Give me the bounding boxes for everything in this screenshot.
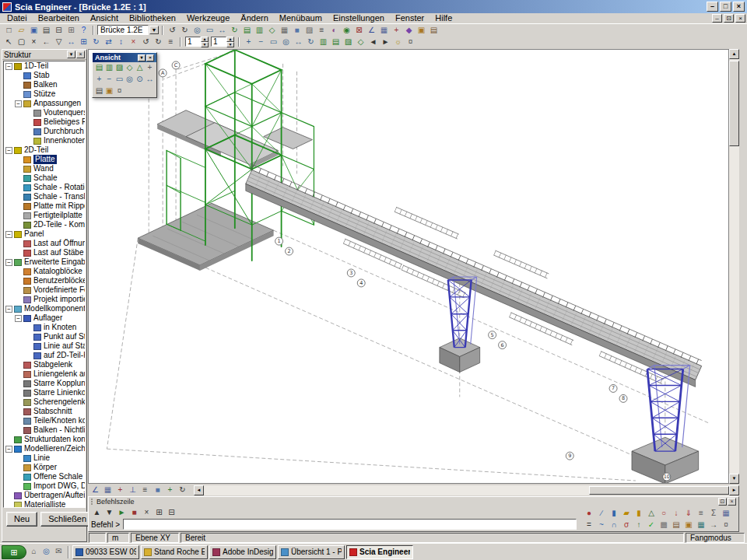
axes-icon[interactable]: + xyxy=(164,485,176,495)
view-top-icon[interactable]: ▤ xyxy=(330,37,342,47)
delete-icon[interactable]: × xyxy=(128,37,139,47)
tree-item[interactable]: Linie xyxy=(4,453,85,463)
scale-icon[interactable]: ↕ xyxy=(115,37,127,47)
picture-gallery-icon[interactable]: ▣ xyxy=(416,25,427,36)
ortho-icon[interactable]: ⊥ xyxy=(127,485,139,495)
zoom-all-icon[interactable]: ◎ xyxy=(280,37,292,47)
open-project-icon[interactable]: ▱ xyxy=(16,25,27,36)
deselect-icon[interactable]: × xyxy=(28,37,40,47)
panel-menu-button[interactable]: ▾ xyxy=(67,51,75,58)
tree-item[interactable]: Panel xyxy=(4,229,85,239)
tree-item[interactable]: Voutenquerschnitt xyxy=(4,108,85,117)
tree-item[interactable]: Balken - Nichtlineari xyxy=(4,425,85,435)
befehlszeile-close-button[interactable]: × xyxy=(728,498,736,506)
move-icon[interactable]: ↔ xyxy=(65,37,77,47)
pan-view-icon[interactable]: ↔ xyxy=(293,37,304,47)
set-viewpoint-icon[interactable]: + xyxy=(145,63,155,73)
zoom-all-icon[interactable]: ◎ xyxy=(124,75,135,85)
axonometric-view-icon[interactable]: ◇ xyxy=(124,63,135,73)
line-load-icon[interactable]: ⇓ xyxy=(682,508,695,519)
point-load-icon[interactable]: ↓ xyxy=(670,508,682,519)
tree-item[interactable]: Offene Schale xyxy=(4,472,85,481)
horizontal-scroll-thumb[interactable] xyxy=(589,486,729,495)
scroll-right-icon[interactable]: ► xyxy=(729,485,739,495)
tree-item[interactable]: Schale - Rotationsfl xyxy=(4,183,85,192)
menu-item[interactable]: Ändern xyxy=(235,13,273,23)
count-spinner-input[interactable] xyxy=(211,37,226,47)
table-icon[interactable]: ▦ xyxy=(695,520,707,530)
tree-expander-icon[interactable] xyxy=(5,147,12,154)
start-button[interactable]: ⊞ xyxy=(2,545,26,559)
stop-command-icon[interactable]: ■ xyxy=(128,507,140,518)
zoom-out-icon[interactable]: − xyxy=(104,75,114,85)
render-mode-icon[interactable]: ■ xyxy=(152,485,163,495)
tree-item[interactable]: Scherengelenk xyxy=(4,397,85,407)
copy-picture-icon[interactable]: ▣ xyxy=(104,86,114,96)
spinner-up-icon[interactable]: ▲ xyxy=(226,37,234,42)
tree-item[interactable]: Fertigteilplatte xyxy=(4,211,85,220)
model-drawing[interactable]: ABC12345678910 xyxy=(89,50,728,483)
undo-icon[interactable]: ↺ xyxy=(140,37,152,47)
hinge-icon[interactable]: ○ xyxy=(658,508,670,519)
mail-icon[interactable]: ✉ xyxy=(53,546,65,558)
load-case-icon[interactable]: ≡ xyxy=(695,508,707,519)
vertical-scrollbar[interactable]: ▲ ▼ xyxy=(729,49,739,484)
tree-item[interactable]: Modellieren/Zeichnen xyxy=(4,444,85,453)
status-plane[interactable]: Ebene XY xyxy=(131,533,179,543)
minimize-button[interactable]: – xyxy=(707,2,718,12)
render-icon[interactable]: ◆ xyxy=(403,25,415,36)
plate-icon[interactable]: ▰ xyxy=(620,508,633,519)
coordinate-system-icon[interactable]: ∠ xyxy=(366,25,377,36)
zoom-window-icon[interactable]: ▭ xyxy=(114,75,124,85)
zoom-window-icon[interactable]: ▭ xyxy=(204,25,216,36)
menu-item[interactable]: Bibliotheken xyxy=(124,13,181,23)
select-cursor-icon[interactable]: ↖ xyxy=(3,37,15,47)
scale-spinner-input[interactable] xyxy=(185,37,201,47)
tree-expander-icon[interactable] xyxy=(15,315,22,322)
pan-icon[interactable]: ↔ xyxy=(145,75,155,85)
node-icon[interactable]: ● xyxy=(583,508,595,519)
options-icon[interactable]: ¤ xyxy=(720,520,732,530)
print-icon[interactable]: ▤ xyxy=(40,25,52,36)
ucs-icon[interactable]: ∠ xyxy=(89,485,101,495)
tree-item[interactable]: Schale - Translation xyxy=(4,192,85,201)
tree-expander-icon[interactable] xyxy=(5,259,12,266)
previous-view-icon[interactable]: ◄ xyxy=(367,37,379,47)
grid-icon[interactable]: ▦ xyxy=(102,485,114,495)
mdi-minimize-button[interactable]: – xyxy=(712,14,722,23)
zoom-selection-icon[interactable]: ⊙ xyxy=(135,75,145,85)
tree-item[interactable]: Übertragen/Aufteilen/V xyxy=(4,491,85,500)
panel-close-button[interactable]: × xyxy=(76,51,85,58)
status-snap-mode[interactable]: Fangmodus xyxy=(686,533,745,543)
visibility-icon[interactable]: ◉ xyxy=(341,25,352,36)
spinner-down-icon[interactable]: ▼ xyxy=(226,42,234,47)
picture-icon[interactable]: ▣ xyxy=(682,520,695,530)
menu-item[interactable]: Datei xyxy=(2,13,33,23)
taskbar-task-button[interactable]: Übersicht 1 - Paint xyxy=(278,545,345,559)
tree-item[interactable]: Körper xyxy=(4,463,85,472)
print-preview-icon[interactable]: ⊟ xyxy=(53,25,65,36)
befehlszeile-header[interactable]: Befehlszeile ⊡× xyxy=(89,497,738,506)
clipping-box-icon[interactable]: ⊠ xyxy=(353,25,365,36)
previous-command-icon[interactable]: ▲ xyxy=(91,507,103,518)
schliessen-button[interactable]: Schließen xyxy=(40,512,94,527)
deformation-icon[interactable]: ~ xyxy=(595,520,608,530)
tree-item[interactable]: Teile/Knoten koppe xyxy=(4,416,85,425)
copy-icon[interactable]: ⊞ xyxy=(78,37,89,47)
show-desktop-icon[interactable]: ⌂ xyxy=(28,546,40,558)
light-icon[interactable]: ☼ xyxy=(392,37,404,47)
palette-menu-button[interactable]: ▾ xyxy=(138,54,146,61)
menu-item[interactable]: Menübaum xyxy=(274,13,328,23)
pan-icon[interactable]: ↔ xyxy=(216,25,228,36)
previous-selection-icon[interactable]: ← xyxy=(40,37,52,47)
tree-item[interactable]: Punkt auf Stab xyxy=(4,332,85,341)
tree-item[interactable]: Strukturdaten kontrollie xyxy=(4,435,85,444)
tree-expander-icon[interactable] xyxy=(5,63,12,70)
redraw-icon[interactable]: ↻ xyxy=(177,485,188,495)
taskbar-task-button[interactable]: Adobe InDesign C... xyxy=(209,545,276,559)
export-icon[interactable]: → xyxy=(707,520,720,530)
axonometric-icon[interactable]: ◇ xyxy=(355,37,366,47)
befehlszeile-restore-button[interactable]: ⊡ xyxy=(718,498,727,506)
view-settings-icon[interactable]: ¤ xyxy=(405,37,416,47)
beam-icon[interactable]: ∕ xyxy=(595,508,608,519)
